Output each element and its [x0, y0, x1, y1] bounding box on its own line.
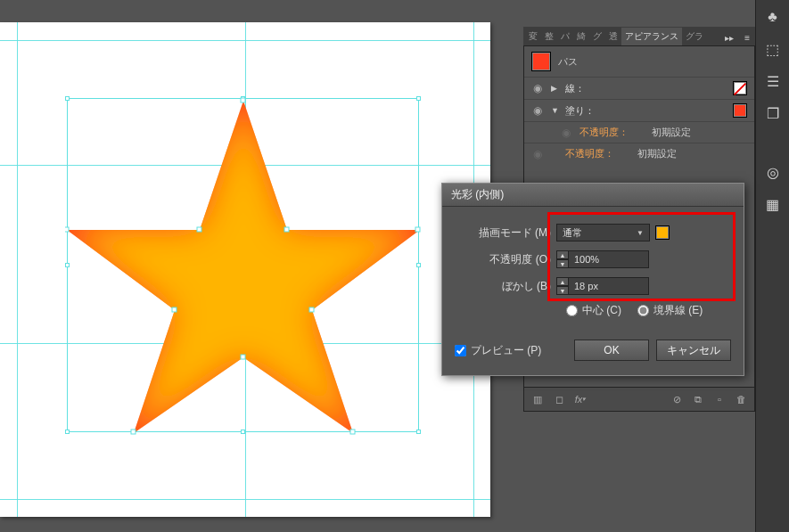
circles-icon[interactable]: ◎: [761, 160, 785, 184]
panel-expand-icon[interactable]: ▸▸: [719, 30, 739, 45]
bars-icon[interactable]: ☰: [761, 70, 785, 93]
clear-icon[interactable]: ⊘: [669, 391, 685, 407]
panel-menu-icon[interactable]: ≡: [739, 30, 755, 45]
blur-label: ぼかし (B): [455, 279, 551, 294]
step-up[interactable]: ▲: [556, 277, 569, 286]
swatch-icon[interactable]: ▦: [761, 192, 785, 216]
blend-mode-label: 描画モード (M): [455, 225, 551, 241]
fill-label: 塗り：: [565, 104, 614, 118]
tab[interactable]: 透: [605, 28, 621, 45]
step-down[interactable]: ▼: [556, 259, 569, 268]
stack-icon[interactable]: ❐: [761, 102, 785, 125]
svg-rect-2: [284, 227, 289, 232]
new-icon[interactable]: ▫: [711, 391, 727, 407]
canvas-area[interactable]: [0, 0, 517, 532]
trash-icon[interactable]: 🗑: [733, 391, 749, 407]
blur-input[interactable]: [569, 277, 649, 295]
opacity-value[interactable]: 初期設定: [637, 147, 677, 160]
stroke-label: 線：: [565, 82, 614, 95]
opacity-label: 不透明度：: [565, 147, 614, 160]
tab[interactable]: 整: [541, 28, 557, 45]
visibility-toggle[interactable]: ◉: [531, 104, 544, 117]
dialog-title[interactable]: 光彩 (内側): [442, 184, 744, 207]
chevron-down-icon: ▼: [637, 229, 644, 237]
star-shape[interactable]: [65, 96, 422, 435]
tab[interactable]: 綺: [573, 28, 589, 45]
tab[interactable]: グラ: [682, 28, 707, 45]
layers-icon[interactable]: ▥: [530, 391, 546, 407]
stroke-row[interactable]: ◉ ▶ 線：: [524, 77, 754, 99]
opacity-input[interactable]: [569, 250, 649, 268]
tab[interactable]: パ: [557, 28, 573, 45]
svg-rect-8: [172, 307, 177, 312]
blur-stepper[interactable]: ▲▼: [556, 277, 649, 295]
fill-swatch[interactable]: [733, 103, 747, 118]
marquee-icon[interactable]: ⬚: [761, 37, 785, 61]
right-dock: ♣ ⬚ ☰ ❐ ◎ ▦: [755, 0, 789, 532]
svg-rect-7: [131, 430, 136, 434]
opacity-label: 不透明度：: [579, 126, 629, 139]
panel-tabs: 変 整 パ 綺 グ 透 アピアランス グラ ▸▸ ≡: [523, 27, 755, 46]
opacity-value[interactable]: 初期設定: [652, 126, 691, 139]
duplicate-icon[interactable]: ⧉: [690, 391, 706, 407]
ok-button[interactable]: OK: [574, 340, 649, 361]
svg-rect-10: [197, 227, 201, 232]
svg-rect-4: [309, 307, 314, 312]
guide-h[interactable]: [0, 499, 490, 500]
fill-row[interactable]: ◉ ▼ 塗り：: [524, 99, 754, 121]
svg-rect-3: [415, 227, 420, 232]
svg-rect-9: [65, 227, 69, 232]
club-icon[interactable]: ♣: [761, 5, 785, 29]
artboard[interactable]: [0, 22, 490, 517]
tab[interactable]: 変: [525, 28, 541, 45]
object-type-label: パス: [558, 55, 578, 69]
stroke-icon[interactable]: ◻: [551, 391, 567, 407]
svg-rect-1: [241, 98, 245, 102]
opacity-row[interactable]: ◉ 不透明度： 初期設定: [524, 143, 754, 164]
appearance-footer: ▥ ◻ fx▾ ⊘ ⧉ ▫ 🗑: [524, 387, 754, 411]
opacity-stepper[interactable]: ▲▼: [556, 250, 649, 268]
tab-appearance[interactable]: アピアランス: [621, 28, 682, 45]
blend-mode-dropdown[interactable]: 通常 ▼: [556, 224, 650, 241]
visibility-toggle[interactable]: ◉: [531, 82, 544, 94]
expand-icon[interactable]: ▶: [551, 84, 558, 93]
tab[interactable]: グ: [589, 28, 605, 45]
appearance-header: パス: [524, 46, 754, 77]
visibility-toggle[interactable]: ◉: [531, 148, 544, 160]
opacity-label: 不透明度 (O): [455, 252, 551, 267]
visibility-toggle[interactable]: ◉: [560, 127, 572, 139]
preview-checkbox[interactable]: プレビュー (P): [455, 343, 567, 358]
inner-glow-dialog: 光彩 (内側) 描画モード (M) 通常 ▼ 不透明度 (O) ▲▼ ぼかし (…: [441, 183, 744, 376]
guide-h[interactable]: [0, 40, 490, 41]
guide-v[interactable]: [17, 22, 18, 517]
step-up[interactable]: ▲: [556, 250, 569, 259]
svg-rect-5: [350, 430, 355, 434]
glow-color-swatch[interactable]: [655, 225, 670, 240]
svg-rect-6: [241, 355, 245, 359]
svg-marker-0: [67, 101, 420, 433]
expand-icon[interactable]: ▼: [551, 106, 558, 115]
opacity-subrow[interactable]: ◉ 不透明度： 初期設定: [524, 121, 754, 143]
step-down[interactable]: ▼: [556, 286, 569, 295]
stroke-swatch[interactable]: [733, 81, 747, 95]
fx-icon[interactable]: fx▾: [572, 391, 588, 407]
radio-edge[interactable]: 境界線 (E): [637, 303, 703, 318]
object-thumbnail[interactable]: [531, 52, 551, 71]
cancel-button[interactable]: キャンセル: [656, 340, 731, 361]
radio-center[interactable]: 中心 (C): [566, 303, 621, 318]
